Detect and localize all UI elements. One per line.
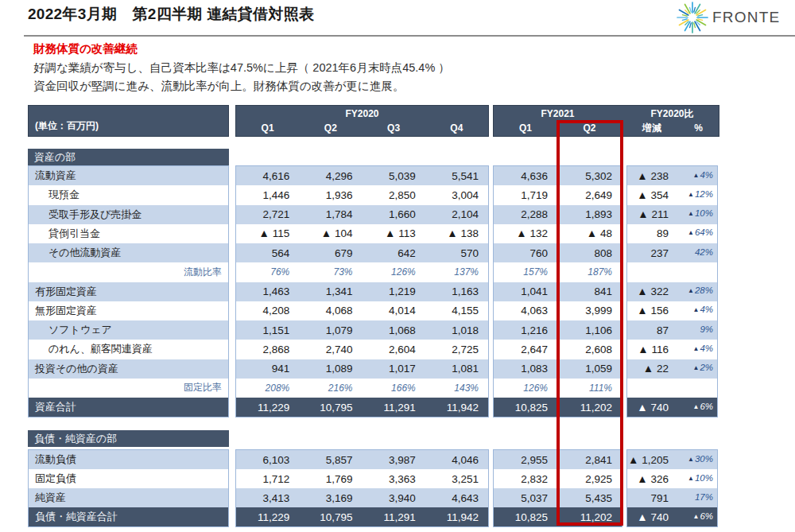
cell-percent: 42% <box>679 247 717 259</box>
cell-value: ▲ 132 <box>494 227 557 239</box>
cell-value: 2,740 <box>299 344 362 355</box>
fy2020-group-label: FY2020 <box>236 106 488 122</box>
cell-value: 1,079 <box>299 324 362 336</box>
cell-value: 4,046 <box>425 454 488 466</box>
cell-value: ▲ 104 <box>299 227 362 239</box>
table-row: 6,1035,8573,9874,046 <box>236 450 488 469</box>
cell-value: 4,208 <box>236 305 299 316</box>
cell-value: 941 <box>236 363 299 375</box>
table-row: 11,22910,79511,29111,942 <box>236 507 488 526</box>
table-row: ▲ 238▲4% <box>627 166 717 185</box>
fy2020-quarter-label: Q1 <box>236 122 299 136</box>
table-row: 4,2084,0684,0144,155 <box>236 301 488 320</box>
cell-value: ▲ 22 <box>627 363 679 375</box>
table-row: 2,7211,7841,6602,104 <box>236 205 488 224</box>
row-label: 固定比率 <box>177 381 228 394</box>
table-row: 1,4461,9362,8503,004 <box>236 185 488 204</box>
table-row: 23742% <box>627 243 717 262</box>
cell-percent: ▲12% <box>679 189 717 201</box>
table-row: 89▲64% <box>627 224 717 243</box>
row-label: のれん、顧客関連資産 <box>29 342 153 356</box>
decrease-triangle-icon: ▲ <box>688 475 694 482</box>
table-row: 1,4631,3411,2191,163 <box>236 282 488 301</box>
cell-value: 1,784 <box>299 208 362 220</box>
table-row: 流動資産 <box>29 166 228 185</box>
unit-label: (単位：百万円) <box>35 119 99 133</box>
cell-percent: ▲6% <box>679 511 717 523</box>
cell-value: 4,296 <box>299 170 362 182</box>
cell-value: 10,825 <box>494 511 557 523</box>
cell-value: 126% <box>363 266 425 278</box>
table-row: 投資その他の資産 <box>29 359 228 379</box>
table-row: その他流動資産 <box>29 243 228 262</box>
cell-value: 1,446 <box>236 189 299 201</box>
cell-value: 4,063 <box>494 305 557 316</box>
cell-value: 2,955 <box>494 454 557 466</box>
decrease-triangle-icon: ▲ <box>688 229 694 236</box>
cell-value: 11,942 <box>425 511 488 523</box>
table-row: ソフトウェア <box>29 320 228 340</box>
table-row: 76%73%126%137% <box>236 262 488 282</box>
cell-value: ▲ 1,205 <box>627 454 679 466</box>
table-row: 4,6164,2965,0395,541 <box>236 166 488 185</box>
diff-group-label: FY2020比 <box>626 106 719 122</box>
cell-value: 1,463 <box>236 285 299 297</box>
cell-percent: ▲6% <box>679 402 717 414</box>
table-row: 79117% <box>627 488 717 507</box>
cell-value: ▲ 115 <box>236 227 299 239</box>
liabilities-fy2020-block: 6,1035,8573,9874,0461,7121,7693,3633,251… <box>235 449 489 527</box>
table-row: ▲ 1,205▲30% <box>627 450 717 469</box>
cell-value: 1,719 <box>494 189 557 201</box>
row-label: 固定負債 <box>29 472 76 486</box>
cell-value: 237 <box>627 247 679 259</box>
cell-value: 3,004 <box>425 189 488 201</box>
cell-value: 679 <box>299 247 362 259</box>
decrease-triangle-icon: ▲ <box>688 210 694 217</box>
fy2021-quarter-label: Q1 <box>494 122 557 136</box>
cell-percent: 17% <box>679 492 717 504</box>
cell-value: 1,089 <box>299 363 362 375</box>
section-header-assets: 資産の部 <box>28 149 229 165</box>
cell-value: 3,363 <box>363 473 425 485</box>
cell-value: 642 <box>363 247 425 259</box>
cell-value: 5,037 <box>494 492 557 504</box>
cell-value: 4,643 <box>425 492 488 504</box>
cell-value: 2,604 <box>363 344 425 355</box>
cell-value: 157% <box>494 266 557 278</box>
cell-value: ▲ 326 <box>627 473 679 485</box>
cell-percent: ▲10% <box>679 473 717 485</box>
section-header-liabilities: 負債・純資産の部 <box>28 430 229 447</box>
cell-value: 1,936 <box>299 189 362 201</box>
cell-value: ▲ 138 <box>425 227 488 239</box>
cell-value: 10,795 <box>299 511 362 523</box>
row-label: 受取手形及び売掛金 <box>29 208 142 222</box>
cell-value: 137% <box>425 266 488 278</box>
table-row: 9411,0891,0171,081 <box>236 359 488 379</box>
cell-percent: ▲4% <box>679 305 717 316</box>
fy2020-quarter-labels: Q1Q2Q3Q4 <box>236 122 488 136</box>
cell-value: 1,216 <box>494 324 557 336</box>
cell-value: 73% <box>299 266 362 278</box>
assets-fy2020-block: 4,6164,2965,0395,5411,4461,9362,8503,004… <box>235 165 489 417</box>
table-row: 有形固定資産 <box>29 282 228 301</box>
summary-line-2: 資金回収が堅調に進み、流動比率が向上。財務体質の改善が更に進展。 <box>33 79 404 94</box>
table-row: 負債・純資産合計 <box>29 507 228 526</box>
cell-value: ▲ 740 <box>627 511 679 523</box>
table-row: のれん、顧客関連資産 <box>29 340 228 359</box>
cell-value: ▲ 354 <box>627 189 679 201</box>
row-label: 資産合計 <box>29 400 76 414</box>
table-row: 現預金 <box>29 185 228 204</box>
assets-label-block: 流動資産現預金受取手形及び売掛金貸倒引当金その他流動資産流動比率有形固定資産無形… <box>28 165 229 417</box>
table-row: 564679642570 <box>236 243 488 262</box>
table-row: 1,1511,0791,0681,018 <box>236 320 488 340</box>
table-row: 貸倒引当金 <box>29 224 228 243</box>
cell-value: 1,769 <box>299 473 362 485</box>
cell-value: 4,068 <box>299 305 362 316</box>
cell-value: 1,341 <box>299 285 362 297</box>
cell-value: 3,940 <box>363 492 425 504</box>
row-label: 貸倒引当金 <box>29 227 100 241</box>
cell-value: 1,081 <box>425 363 488 375</box>
cell-value: 6,103 <box>236 454 299 466</box>
fy2020-quarter-label: Q3 <box>363 122 425 136</box>
cell-value: 5,857 <box>299 454 362 466</box>
